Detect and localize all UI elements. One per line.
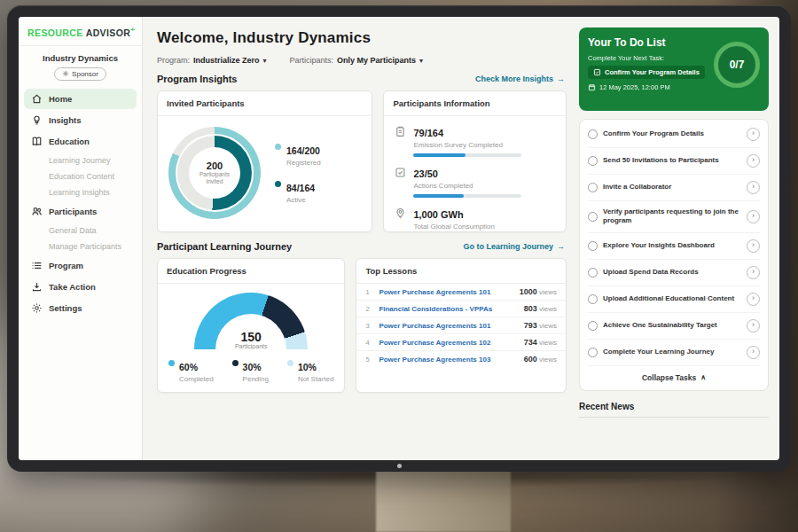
legend-dot bbox=[275, 181, 281, 187]
task-row[interactable]: Explore Your Insights Dashboard › bbox=[588, 233, 760, 260]
lesson-row: 1 Power Purchase Agreements 101 1000 vie… bbox=[356, 284, 566, 301]
legend-label: Registered bbox=[286, 159, 321, 167]
program-insights-cards: Invited Participants 200 Participants In… bbox=[157, 90, 567, 232]
sidebar-item-program[interactable]: Program bbox=[24, 255, 137, 276]
task-checkbox[interactable] bbox=[588, 129, 598, 139]
sidebar-item-take-action[interactable]: Take Action bbox=[24, 277, 137, 297]
sidebar-item-home[interactable]: Home bbox=[24, 89, 137, 109]
task-label: Invite a Collaborator bbox=[603, 183, 741, 192]
sidebar-item-learning-insights[interactable]: Learning Insights bbox=[24, 184, 137, 200]
learning-journey-cards: Education Progress 150 Participants bbox=[157, 258, 567, 393]
sidebar-item-education[interactable]: Education bbox=[24, 131, 137, 152]
section-title: Participant Learning Journey bbox=[157, 241, 292, 252]
program-dropdown[interactable]: Program: Industrialize Zero ▾ bbox=[157, 56, 267, 65]
lesson-link[interactable]: Financial Considerations - VPPAs bbox=[379, 305, 517, 313]
chevron-right-icon[interactable]: › bbox=[747, 319, 760, 332]
legend-item-pending: 30% Pending bbox=[232, 358, 269, 383]
legend-label: Not Started bbox=[298, 375, 333, 383]
sidebar-item-manage-participants[interactable]: Manage Participants bbox=[24, 239, 137, 254]
task-checkbox[interactable] bbox=[588, 268, 598, 278]
task-row[interactable]: Complete Your Learning Journey › bbox=[588, 340, 760, 366]
task-row[interactable]: Verify participants requesting to join t… bbox=[588, 201, 760, 233]
task-checkbox[interactable] bbox=[588, 294, 598, 304]
legend-value: 164/200 bbox=[286, 145, 320, 156]
lesson-link[interactable]: Power Purchase Agreements 103 bbox=[379, 356, 517, 364]
participants-information-body: 79/164 Emission Survey Completed 23/50 A… bbox=[384, 116, 566, 239]
program-dropdown-label: Program: bbox=[157, 56, 190, 65]
sidebar-item-learning-journey[interactable]: Learning Journey bbox=[24, 153, 137, 168]
org-name: Industry Dynamics bbox=[19, 53, 142, 63]
lesson-row: 4 Power Purchase Agreements 102 734 view… bbox=[356, 334, 566, 351]
sponsor-badge[interactable]: Sponsor bbox=[54, 67, 106, 81]
progress-bar-fill bbox=[413, 153, 466, 157]
task-checkbox[interactable] bbox=[588, 241, 598, 251]
lightbulb-icon bbox=[31, 114, 43, 126]
check-more-insights-link[interactable]: Check More Insights → bbox=[475, 74, 565, 83]
task-row[interactable]: Upload Spend Data Records › bbox=[588, 260, 760, 286]
list-icon bbox=[31, 260, 43, 271]
sidebar-item-settings[interactable]: Settings bbox=[24, 298, 137, 318]
lesson-rank: 1 bbox=[365, 288, 372, 296]
download-icon bbox=[31, 281, 43, 293]
lesson-views: 793 views bbox=[524, 321, 557, 330]
chevron-right-icon[interactable]: › bbox=[747, 128, 760, 141]
lesson-link[interactable]: Power Purchase Agreements 101 bbox=[379, 288, 512, 296]
chevron-right-icon[interactable]: › bbox=[747, 346, 760, 359]
chevron-right-icon[interactable]: › bbox=[747, 239, 760, 253]
views-label: views bbox=[539, 356, 557, 364]
legend-dot bbox=[287, 360, 293, 366]
lesson-link[interactable]: Power Purchase Agreements 101 bbox=[379, 322, 517, 330]
task-row[interactable]: Send 50 Invitations to Participants › bbox=[588, 148, 760, 175]
collapse-tasks-link[interactable]: Collapse Tasks ∧ bbox=[588, 366, 760, 388]
logo-plus: + bbox=[130, 26, 135, 34]
lesson-link[interactable]: Power Purchase Agreements 102 bbox=[379, 339, 517, 347]
task-checkbox[interactable] bbox=[588, 212, 598, 222]
lesson-views: 734 views bbox=[524, 338, 557, 347]
task-row[interactable]: Confirm Your Program Details › bbox=[588, 121, 760, 148]
lesson-views: 600 views bbox=[524, 355, 557, 364]
calendar-icon bbox=[588, 83, 596, 91]
invited-donut-outer: 200 Participants Invited bbox=[168, 127, 261, 219]
sidebar-item-general-data[interactable]: General Data bbox=[24, 223, 137, 239]
task-row[interactable]: Upload Additional Educational Content › bbox=[588, 286, 760, 313]
todo-panel: Your To Do List Complete Your Next Task:… bbox=[577, 17, 779, 460]
chevron-right-icon[interactable]: › bbox=[747, 266, 760, 279]
sidebar-item-participants[interactable]: Participants bbox=[24, 201, 137, 222]
views-label: views bbox=[539, 322, 557, 330]
chevron-right-icon[interactable]: › bbox=[747, 210, 760, 223]
task-checkbox[interactable] bbox=[588, 156, 598, 166]
chevron-right-icon[interactable]: › bbox=[747, 293, 760, 306]
sidebar-item-label: Home bbox=[49, 94, 72, 104]
task-label: Complete Your Learning Journey bbox=[603, 348, 741, 356]
invited-donut-gap: 200 Participants Invited bbox=[176, 134, 254, 212]
legend-item-registered: 164/200 Registered bbox=[275, 142, 321, 167]
views-count: 734 bbox=[524, 338, 537, 347]
program-insights-header: Program Insights Check More Insights → bbox=[157, 74, 565, 84]
views-label: views bbox=[539, 339, 557, 347]
legend-dot bbox=[275, 144, 281, 150]
check-square-icon bbox=[593, 68, 601, 76]
next-task-pill[interactable]: Confirm Your Program Details bbox=[588, 66, 705, 79]
task-row[interactable]: Achieve One Sustainability Target › bbox=[588, 313, 760, 340]
task-checkbox[interactable] bbox=[588, 348, 598, 357]
legend-value: 60% bbox=[179, 362, 198, 372]
task-checkbox[interactable] bbox=[588, 183, 598, 192]
chevron-right-icon[interactable]: › bbox=[747, 181, 760, 194]
chevron-right-icon[interactable]: › bbox=[747, 154, 760, 168]
progress-bar-fill bbox=[413, 194, 463, 198]
go-to-learning-journey-link[interactable]: Go to Learning Journey → bbox=[463, 242, 565, 251]
invited-donut-inner: 200 Participants Invited bbox=[177, 136, 252, 210]
participants-dropdown[interactable]: Participants: Only My Participants ▾ bbox=[290, 56, 424, 65]
sidebar-item-insights[interactable]: Insights bbox=[24, 110, 137, 130]
task-row[interactable]: Invite a Collaborator › bbox=[588, 175, 760, 201]
sidebar-item-label: Program bbox=[49, 261, 83, 270]
arrow-right-icon: → bbox=[557, 242, 565, 251]
participants-dropdown-value: Only My Participants bbox=[337, 56, 416, 65]
collapse-label: Collapse Tasks bbox=[642, 373, 696, 382]
legend-label: Completed bbox=[179, 375, 214, 383]
sidebar-item-education-content[interactable]: Education Content bbox=[24, 168, 137, 184]
stat-value: 23/50 bbox=[413, 168, 438, 179]
progress-bar bbox=[413, 153, 521, 157]
task-checkbox[interactable] bbox=[588, 321, 598, 331]
todo-summary-card: Your To Do List Complete Your Next Task:… bbox=[579, 27, 769, 111]
